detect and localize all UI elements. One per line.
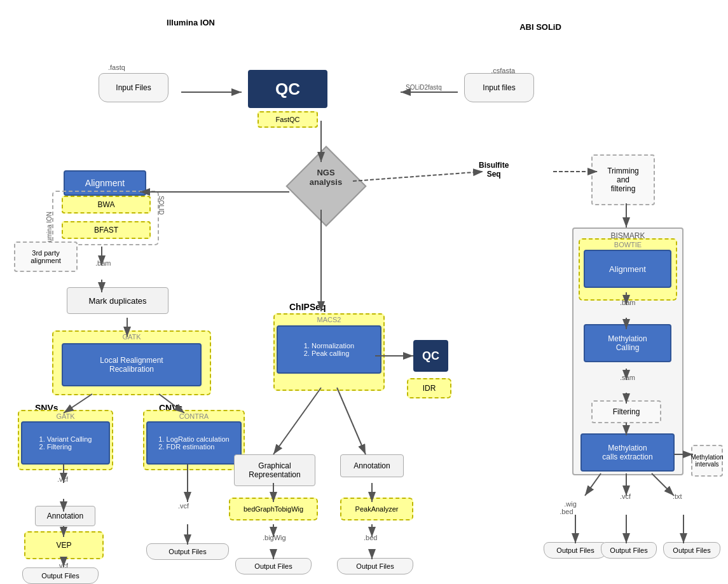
svg-line-36: [585, 473, 601, 496]
third-party-box: 3rd partyalignment: [14, 241, 78, 272]
logratio: 1. LogRatio calculation2. FDR estimation: [146, 421, 242, 465]
fastq-label: .fastq: [108, 64, 125, 71]
input-files-right: Input files: [464, 73, 534, 102]
methylation-calling: MethylationCalling: [584, 324, 671, 362]
bam1-label: .bam: [95, 259, 111, 267]
vep-outer: VEP: [24, 531, 104, 559]
peakanalyzer-outer: PeakAnalyzer: [340, 498, 413, 520]
vcf2-label: .vcf: [178, 502, 189, 510]
bedgraph-outer: bedGraphTobigWig: [229, 498, 318, 520]
output-files-6: Output Files: [601, 542, 657, 559]
svg-line-38: [652, 473, 674, 496]
output-files-1: Output Files: [22, 567, 99, 584]
illumina-ion-label: Illumina ION: [146, 18, 235, 27]
bam2-label: .bam: [620, 299, 635, 306]
vcf1-label: .vcf: [57, 475, 68, 483]
pipeline-diagram: Illumina ION ABI SOLiD .fastq .csfasta.Q…: [0, 0, 728, 584]
output-files-5: Output Files: [544, 542, 607, 559]
local-realignment: Local RealignmentRecalibration: [62, 343, 202, 386]
output-files-4: Output Files: [337, 558, 413, 574]
bed-label: .bed: [364, 534, 377, 541]
qc-chip: QC: [413, 340, 448, 372]
qc-main: QC: [248, 70, 327, 108]
ngs-diamond-text: NGSanalysis: [302, 168, 350, 187]
fastqc: FastQC: [258, 111, 318, 128]
annotation-left: Annotation: [35, 506, 95, 526]
annotation-chip: Annotation: [340, 454, 404, 477]
svg-line-23: [337, 388, 366, 454]
trimming-box: Trimmingandfiltering: [591, 154, 655, 205]
input-files-left: Input Files: [99, 73, 168, 102]
normalization: 1. Normalization2. Peak calling: [277, 325, 381, 374]
svg-line-6: [353, 172, 483, 181]
graphical-rep: GraphicalRepresentation: [234, 454, 315, 486]
methylation-extract: Methylationcalls extraction: [580, 433, 675, 472]
wig-bed-label: .wig.bed: [556, 492, 577, 523]
methylation-intervals: Methylationintervals: [691, 445, 723, 477]
output-files-7: Output Files: [663, 542, 720, 559]
sam-label: .sam: [620, 374, 635, 381]
idr-outer: IDR: [407, 378, 451, 398]
alignment-bis: Alignment: [584, 250, 671, 288]
bfast-box: BFAST: [62, 221, 151, 239]
svg-line-22: [273, 388, 321, 454]
vcf5-label: .vcf: [620, 492, 631, 500]
abi-solid-label: ABI SOLiD: [502, 22, 579, 32]
bigwig-label: .bigWig: [263, 534, 286, 541]
chipseq-label: ChIPSeq: [289, 302, 326, 312]
filtering-bis: Filtering: [591, 400, 661, 423]
txt-label: .txt: [673, 492, 682, 500]
output-files-3: Output Files: [235, 558, 312, 574]
mark-duplicates: Mark duplicates: [67, 287, 168, 314]
variant-calling: 1. Variant Calling2. Filtering: [21, 421, 110, 465]
bwa-box: BWA: [62, 196, 151, 214]
solid2fastq-label: SOLiD2fastq: [406, 84, 442, 91]
bisulfite-seq-label: BisulfiteSeq: [479, 161, 509, 179]
output-files-2: Output Files: [146, 543, 229, 560]
